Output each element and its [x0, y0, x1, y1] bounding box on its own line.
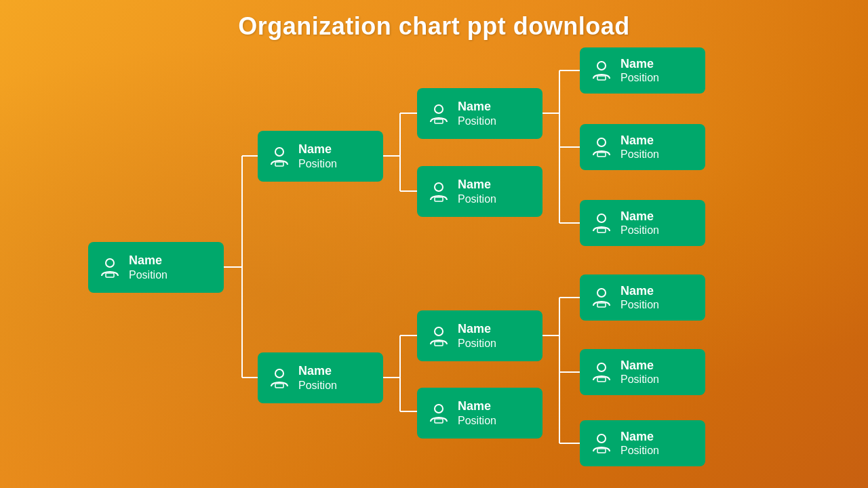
node-r1-6: Name Position: [580, 420, 705, 466]
person-icon: [267, 144, 292, 169]
node-root-position: Position: [129, 268, 167, 281]
node-l2-4: Name Position: [417, 388, 542, 439]
svg-point-42: [597, 289, 606, 297]
svg-rect-31: [435, 197, 443, 201]
node-l2-4-text: Name Position: [458, 399, 496, 427]
svg-point-46: [597, 434, 606, 443]
svg-point-22: [106, 259, 114, 267]
node-r1-1-position: Position: [620, 71, 659, 84]
node-mid-top: Name Position: [258, 131, 383, 182]
node-r1-1: Name Position: [580, 47, 705, 94]
svg-rect-33: [435, 342, 443, 346]
svg-point-24: [275, 148, 283, 156]
node-r1-4: Name Position: [580, 274, 705, 321]
node-l2-2: Name Position: [417, 166, 542, 217]
person-icon: [589, 211, 614, 235]
svg-point-44: [597, 363, 606, 371]
node-l2-2-position: Position: [458, 192, 496, 205]
person-icon: [589, 431, 614, 455]
node-l2-1-position: Position: [458, 115, 496, 127]
svg-rect-23: [106, 273, 114, 277]
node-l2-2-name: Name: [458, 178, 496, 192]
person-icon: [427, 401, 451, 426]
node-mid-bot: Name Position: [258, 352, 383, 403]
node-r1-5-text: Name Position: [620, 359, 659, 386]
node-l2-1: Name Position: [417, 88, 542, 139]
node-mid-bot-name: Name: [298, 364, 337, 379]
person-icon: [589, 285, 614, 310]
person-icon: [589, 135, 614, 159]
node-l2-2-text: Name Position: [458, 178, 496, 205]
node-r1-1-name: Name: [620, 57, 659, 72]
person-icon: [427, 102, 451, 126]
svg-point-34: [435, 405, 443, 413]
node-mid-bot-text: Name Position: [298, 364, 337, 392]
node-r1-1-text: Name Position: [620, 57, 659, 85]
node-r1-5-position: Position: [620, 373, 659, 386]
node-mid-bot-position: Position: [298, 379, 337, 392]
svg-rect-41: [597, 228, 606, 232]
node-r1-3-text: Name Position: [620, 209, 659, 237]
person-icon: [427, 324, 451, 348]
svg-point-26: [275, 369, 283, 378]
svg-point-32: [435, 327, 443, 336]
svg-point-30: [435, 183, 443, 191]
node-l2-1-name: Name: [458, 100, 496, 115]
node-r1-2: Name Position: [580, 124, 705, 170]
svg-rect-35: [435, 419, 443, 423]
svg-rect-27: [275, 384, 283, 388]
node-r1-6-position: Position: [620, 444, 659, 457]
svg-rect-43: [597, 303, 606, 307]
page-title: Organization chart ppt download: [0, 12, 868, 41]
svg-rect-47: [597, 449, 606, 453]
node-r1-6-name: Name: [620, 430, 659, 445]
svg-rect-45: [597, 378, 606, 382]
node-r1-4-position: Position: [620, 298, 659, 311]
node-r1-3-name: Name: [620, 209, 659, 224]
node-root: Name Position: [88, 242, 224, 293]
svg-rect-39: [597, 152, 606, 157]
svg-rect-29: [435, 119, 443, 123]
svg-rect-37: [597, 76, 606, 80]
node-r1-5: Name Position: [580, 349, 705, 395]
person-icon: [267, 366, 292, 390]
node-mid-top-name: Name: [298, 142, 337, 157]
svg-point-28: [435, 105, 443, 113]
node-l2-1-text: Name Position: [458, 100, 496, 127]
node-r1-5-name: Name: [620, 359, 659, 373]
node-r1-3: Name Position: [580, 200, 705, 246]
node-r1-2-name: Name: [620, 134, 659, 148]
node-mid-top-text: Name Position: [298, 142, 337, 170]
svg-point-38: [597, 138, 606, 146]
person-icon: [589, 360, 614, 384]
svg-rect-25: [275, 162, 283, 166]
node-l2-3: Name Position: [417, 310, 542, 361]
person-icon: [589, 58, 614, 83]
node-root-name: Name: [129, 253, 167, 268]
node-r1-6-text: Name Position: [620, 430, 659, 458]
node-l2-3-position: Position: [458, 337, 496, 350]
node-l2-3-name: Name: [458, 322, 496, 337]
node-r1-4-name: Name: [620, 284, 659, 299]
node-r1-2-text: Name Position: [620, 134, 659, 161]
node-mid-top-position: Position: [298, 157, 337, 170]
node-r1-2-position: Position: [620, 148, 659, 161]
svg-point-40: [597, 214, 606, 222]
node-root-text: Name Position: [129, 253, 167, 281]
node-r1-3-position: Position: [620, 224, 659, 237]
person-icon: [427, 180, 451, 204]
node-l2-3-text: Name Position: [458, 322, 496, 350]
app-container: Organization chart ppt download: [0, 0, 868, 488]
svg-point-36: [597, 62, 606, 70]
person-icon: [98, 256, 122, 280]
node-l2-4-name: Name: [458, 399, 496, 414]
node-r1-4-text: Name Position: [620, 284, 659, 312]
node-l2-4-position: Position: [458, 414, 496, 427]
